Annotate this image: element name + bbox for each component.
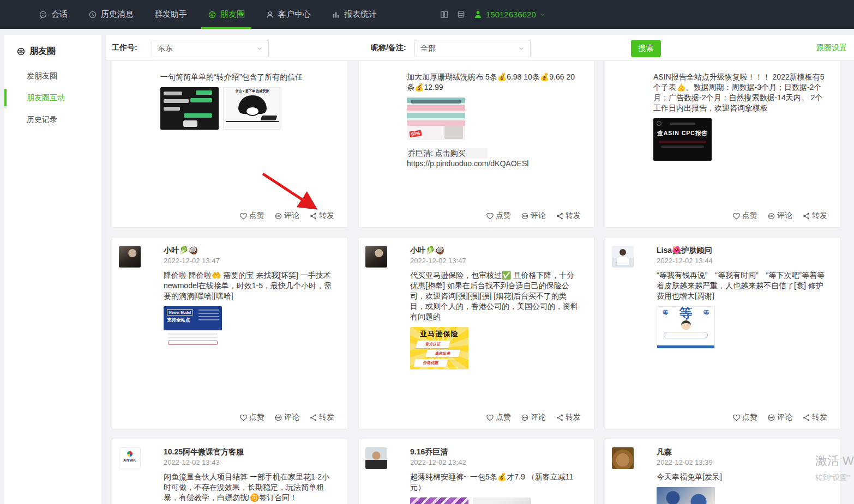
work-account-value: 东东: [158, 44, 173, 53]
like-button[interactable]: 点赞: [239, 412, 264, 422]
moment-text: ASIN报告全站点升级恢复啦！！！ 2022新模板有5个子表👍。数据周期：周数据…: [653, 72, 825, 113]
comment-button[interactable]: 评论: [767, 211, 792, 221]
sidebar-title: 朋友圈: [4, 35, 101, 65]
moment-author: 小叶🥬🥥: [410, 245, 579, 255]
nav-item-report-stats[interactable]: 报表统计: [324, 0, 384, 29]
moment-image-skincare-poster[interactable]: 等 等 等: [657, 306, 715, 349]
moment-card: 小叶🥬🥥 2022-12-02 13:47 代买亚马逊保险，包审核过✅ 且价格下…: [358, 237, 594, 429]
comment-icon: [274, 414, 282, 422]
sidebar-item-history-records[interactable]: 历史记录: [4, 108, 101, 130]
nav-item-chat[interactable]: 会话: [31, 0, 75, 29]
moment-image-amazon-insurance[interactable]: 亚马逊保险 官方认证 高效出单 价格优惠: [410, 327, 468, 369]
moments-content: 一句简简单单的“转介绍”包含了所有的信任 什么？要下单 这就安排: [106, 61, 854, 504]
filter-bar: 工作号: 东东 昵称/备注: 全部 搜索 跟圈设置: [106, 35, 854, 61]
comment-icon: [521, 212, 529, 220]
asin-image-title: 查ASIN CPC报告: [653, 130, 712, 137]
comment-icon: [767, 212, 775, 220]
search-button[interactable]: 搜索: [631, 40, 661, 57]
clock-icon: [88, 10, 97, 19]
comment-button[interactable]: 评论: [274, 211, 299, 221]
forward-button[interactable]: 转发: [802, 412, 827, 422]
nav-item-label: 历史消息: [101, 9, 134, 20]
comment-label: 评论: [777, 211, 792, 221]
forward-button[interactable]: 转发: [802, 211, 827, 221]
heart-icon: [732, 212, 741, 220]
moment-image-product-fabric[interactable]: [473, 497, 531, 504]
like-label: 点赞: [249, 211, 264, 221]
comment-button[interactable]: 评论: [274, 412, 299, 422]
share-icon: [309, 414, 317, 422]
moment-card: 9.16乔巨清 2022-12-02 13:42 超薄纯棉安睡裤~ 一包5条💰才…: [358, 439, 594, 504]
comment-label: 评论: [777, 412, 792, 422]
like-button[interactable]: 点赞: [732, 412, 757, 422]
work-account-select[interactable]: 东东: [152, 40, 269, 57]
nav-item-bulk-helper[interactable]: 群发助手: [147, 0, 195, 29]
heart-icon: [239, 212, 248, 220]
moment-text: “等我有钱再说” “等我有时间” “等下次吧”等着等着皮肤越来越严重，人也越来越…: [657, 270, 825, 301]
nickname-select[interactable]: 全部: [414, 40, 531, 57]
moment-image-newmodel[interactable]: Newer Model 支持全站点: [164, 306, 222, 349]
comment-icon: [274, 212, 282, 220]
nav-item-label: 报表统计: [344, 9, 377, 20]
avatar-logo-text: ANWK: [119, 458, 140, 462]
nav-item-history[interactable]: 历史消息: [81, 0, 141, 29]
moment-image-dishcloth[interactable]: 50%: [407, 98, 465, 140]
like-button[interactable]: 点赞: [486, 412, 511, 422]
avatar: [365, 447, 387, 469]
moment-image-bowl[interactable]: [657, 487, 715, 504]
avatar: [119, 246, 141, 268]
heart-icon: [239, 414, 248, 422]
nav-item-label: 会话: [51, 9, 68, 20]
forward-button[interactable]: 转发: [309, 211, 334, 221]
comment-button[interactable]: 评论: [521, 211, 546, 221]
sidebar-item-label: 历史记录: [27, 115, 57, 124]
comment-label: 评论: [531, 211, 546, 221]
moments-icon: [208, 10, 216, 19]
comment-button[interactable]: 评论: [521, 412, 546, 422]
like-button[interactable]: 点赞: [239, 211, 264, 221]
moment-timestamp: 2022-12-02 13:44: [657, 257, 825, 265]
forward-label: 转发: [566, 412, 581, 422]
nav-item-customer-center[interactable]: 客户中心: [258, 0, 318, 29]
moment-timestamp: 2022-12-02 13:43: [164, 458, 332, 466]
forward-button[interactable]: 转发: [556, 211, 581, 221]
forward-button[interactable]: 转发: [309, 412, 334, 422]
account-menu[interactable]: 15012636620: [473, 10, 546, 19]
moment-text: 代买亚马逊保险，包审核过✅ 且价格下降，十分优惠[抱拳] 如果在后台找不到合适自…: [410, 270, 579, 322]
moment-card: ASIN报告全站点升级恢复啦！！！ 2022新模板有5个子表👍。数据周期：周数据…: [605, 61, 841, 228]
moment-timestamp: 2022-12-02 13:39: [657, 458, 825, 466]
sidebar-item-moments-interaction[interactable]: 朋友圈互动: [4, 87, 101, 108]
follow-settings-link[interactable]: 跟圈设置: [816, 43, 847, 53]
moment-timestamp: 2022-12-02 13:42: [410, 458, 579, 466]
like-button[interactable]: 点赞: [486, 211, 511, 221]
moment-image-product-purple[interactable]: [410, 497, 468, 504]
sidebar-item-label: 朋友圈互动: [27, 93, 65, 102]
moment-card: 加大加厚珊瑚绒洗碗布 5条💰6.98 10条💰9.66 20条💰12.99 50…: [358, 61, 594, 228]
like-label: 点赞: [742, 412, 757, 422]
moment-text: 今天幸福免单[发呆]: [657, 472, 825, 482]
moment-image-meme[interactable]: 什么？要下单 这就安排: [223, 87, 281, 130]
comment-button[interactable]: 评论: [767, 412, 792, 422]
forward-button[interactable]: 转发: [556, 412, 581, 422]
sidebar-item-post-moments[interactable]: 发朋友圈: [4, 65, 101, 87]
share-icon: [556, 414, 564, 422]
nav-item-moments[interactable]: 朋友圈: [200, 0, 252, 29]
top-navbar: 会话 历史消息 群发助手 朋友圈 客户中心 报表统计 15012636620: [0, 0, 854, 29]
moment-card: 小叶🥬🥥 2022-12-02 13:47 降价啦 降价啦🤲 需要的宝 来找我[…: [112, 237, 348, 429]
moment-image-asin-report[interactable]: 查ASIN CPC报告: [653, 118, 712, 161]
avatar: [612, 246, 634, 268]
link-url[interactable]: https://p.pinduoduo.com/dKQAOESl: [407, 159, 528, 168]
comment-label: 评论: [284, 211, 299, 221]
database-icon[interactable]: [456, 10, 466, 19]
like-button[interactable]: 点赞: [732, 211, 757, 221]
comment-label: 评论: [284, 412, 299, 422]
comment-icon: [521, 414, 529, 422]
ribbon-label: 官方认证: [416, 341, 450, 348]
forward-label: 转发: [812, 211, 827, 221]
share-icon: [309, 212, 317, 220]
heart-icon: [486, 414, 494, 422]
moment-image-chat-screenshot[interactable]: [160, 87, 219, 130]
book-icon[interactable]: [440, 10, 449, 19]
forward-label: 转发: [319, 211, 334, 221]
pinwheel-logo: [127, 451, 133, 457]
